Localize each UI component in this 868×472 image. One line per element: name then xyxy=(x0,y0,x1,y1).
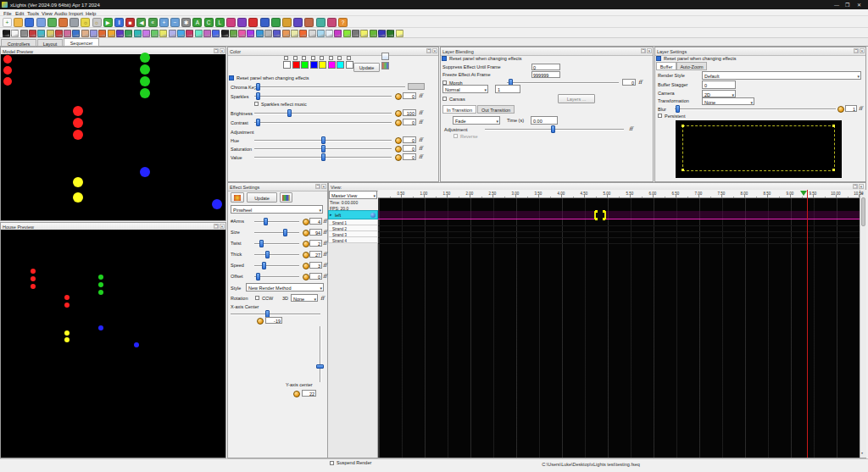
play-button[interactable]: ▶ xyxy=(103,18,113,27)
color-update-button[interactable]: Update xyxy=(353,63,380,72)
effect-bars-button[interactable] xyxy=(29,30,36,37)
scrollbar-down-icon[interactable]: ▾ xyxy=(861,452,863,455)
x-axis-value-curve-knob[interactable] xyxy=(257,318,264,325)
layer-count-spinner[interactable]: 1 xyxy=(495,85,520,93)
effect-assist-button[interactable] xyxy=(237,18,247,27)
palette-swatch-7[interactable] xyxy=(337,61,344,69)
layer-settings-header[interactable] xyxy=(655,47,865,56)
effect-fire-button[interactable] xyxy=(98,30,106,37)
chroma-key-slider[interactable] xyxy=(254,83,405,91)
sparkles-value-curve-knob[interactable] xyxy=(395,93,402,100)
sparkles-slider[interactable] xyxy=(254,92,392,100)
palette-swatch-4[interactable] xyxy=(310,61,318,69)
contrast-ff-icon[interactable]: ff xyxy=(419,119,422,125)
selected-effect-block[interactable] xyxy=(594,211,606,219)
value-curve-icon[interactable]: ff xyxy=(323,274,326,279)
minimize-button[interactable]: — xyxy=(834,3,839,8)
render-gauge-button[interactable] xyxy=(58,18,68,27)
effect-ripple-button[interactable] xyxy=(256,30,264,37)
effect-handle[interactable] xyxy=(603,210,605,213)
fade-dropdown[interactable]: Fade xyxy=(453,116,500,125)
thick-slider[interactable] xyxy=(254,251,299,258)
jukebox-button[interactable] xyxy=(327,18,337,27)
zoom-in-button[interactable]: + xyxy=(159,18,169,27)
mix-value-box[interactable]: 0 xyxy=(622,79,636,86)
effect-meteors-button[interactable] xyxy=(195,30,203,37)
effect-handle[interactable] xyxy=(603,218,605,220)
grid-scrollbar[interactable] xyxy=(860,190,866,458)
effect-fireworks-button[interactable] xyxy=(108,30,115,37)
scrollbar-thumb[interactable] xyxy=(861,197,865,226)
model-preview-float-button[interactable]: ❐ xyxy=(214,48,219,53)
effect-settings-close-button[interactable]: ✕ xyxy=(321,184,326,189)
hue-slider[interactable] xyxy=(254,136,392,144)
transition-ff-icon[interactable]: ff xyxy=(629,126,632,131)
effect-on-button[interactable] xyxy=(11,30,19,37)
effect-shader-button[interactable] xyxy=(273,30,281,37)
view-close-button[interactable]: ✕ xyxy=(859,184,864,189)
contrast-value-curve-knob[interactable] xyxy=(395,119,402,126)
y-axis-slider-handle[interactable] xyxy=(316,364,324,369)
value-slider-handle[interactable] xyxy=(321,153,326,161)
open-controllers-button[interactable] xyxy=(70,18,79,27)
size-slider[interactable] xyxy=(254,229,299,236)
saturation-value-curve-knob[interactable] xyxy=(395,146,402,153)
transition-adjustment-handle[interactable] xyxy=(551,125,555,133)
saturation-slider[interactable] xyxy=(254,145,392,153)
in-transition-tab[interactable]: In Transition xyxy=(442,105,476,114)
hue-value-box[interactable]: 0 xyxy=(403,136,416,143)
y-axis-value-box[interactable]: 22 xyxy=(302,390,316,397)
reverse-checkbox[interactable] xyxy=(453,134,458,138)
color-panel-float-button[interactable]: ❐ xyxy=(426,48,431,53)
freeze-value-box[interactable]: 999999 xyxy=(531,71,560,78)
palette-checkbox-7[interactable] xyxy=(337,56,342,60)
chroma-color-box[interactable] xyxy=(408,83,425,90)
zoom-out-button[interactable]: − xyxy=(170,18,180,27)
acl-intermediate-button[interactable]: C xyxy=(204,18,214,27)
effect-sketch-button[interactable] xyxy=(309,30,316,37)
effect-spirograph-button[interactable] xyxy=(343,30,351,37)
time-spinner[interactable]: 0.00 xyxy=(531,116,558,125)
palette-swatch-6[interactable] xyxy=(328,61,336,69)
speed-value-box[interactable]: 3 xyxy=(309,262,322,269)
playhead-line[interactable] xyxy=(807,190,808,458)
effect-adjust-button[interactable] xyxy=(20,30,28,37)
tab-controllers[interactable]: Controllers xyxy=(1,39,36,47)
effect-fan-button[interactable] xyxy=(90,30,97,37)
brightness-slider-handle[interactable] xyxy=(287,109,292,117)
offset-slider[interactable] xyxy=(254,273,299,280)
suppress-value-box[interactable]: 0 xyxy=(531,64,560,70)
effect-galaxy-button[interactable] xyxy=(116,30,124,37)
palette-checkbox-8[interactable] xyxy=(347,56,351,60)
display-elements-button[interactable] xyxy=(316,18,326,27)
saturation-slider-handle[interactable] xyxy=(321,145,326,153)
sparkles-value-box[interactable]: 0 xyxy=(403,92,416,99)
effect-shimmer-button[interactable] xyxy=(291,30,298,37)
palette-checkbox-4[interactable] xyxy=(311,56,315,60)
hue-slider-handle[interactable] xyxy=(321,136,326,144)
speed-slider[interactable] xyxy=(254,262,299,269)
chroma-key-slider-handle[interactable] xyxy=(256,83,260,91)
value-curve-knob[interactable] xyxy=(303,263,309,269)
new-sequence-button[interactable]: + xyxy=(3,18,12,27)
brightness-value-curve-knob[interactable] xyxy=(395,110,402,117)
threed-vc-icon[interactable]: ff xyxy=(320,296,324,301)
render-style-dropdown[interactable]: Default xyxy=(702,71,861,80)
contrast-value-box[interactable]: 0 xyxy=(403,119,416,125)
blend-mode-dropdown[interactable]: Normal xyxy=(442,85,488,93)
y-axis-value-curve-knob[interactable] xyxy=(293,391,300,397)
sequence-settings-button[interactable]: ✱ xyxy=(181,18,191,27)
slider-handle[interactable] xyxy=(256,273,260,280)
house-preview-close-button[interactable]: ✕ xyxy=(220,224,225,229)
color-panel-toggle-button[interactable] xyxy=(248,18,258,27)
color-reset-checkbox[interactable] xyxy=(229,75,234,81)
palette-checkbox-1[interactable] xyxy=(284,56,288,60)
persistent-checkbox[interactable] xyxy=(658,114,662,118)
model-preview-canvas[interactable] xyxy=(1,54,225,220)
auto-zoom-tab[interactable]: Auto-Zoom xyxy=(676,62,707,70)
blur-ff-icon[interactable]: ff xyxy=(859,106,862,111)
effect-palette-button[interactable] xyxy=(280,192,292,203)
slider-handle[interactable] xyxy=(259,240,264,247)
model-preview-close-button[interactable]: ✕ xyxy=(220,48,225,53)
effect-garlands-button[interactable] xyxy=(125,30,132,37)
